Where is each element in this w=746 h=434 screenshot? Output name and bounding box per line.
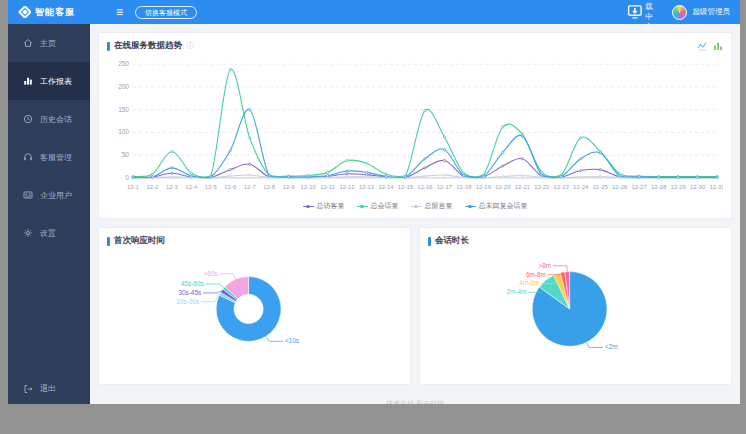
svg-text:12-14: 12-14 <box>378 184 394 190</box>
logout-button[interactable]: 退出 <box>8 383 90 394</box>
sidebar-item-label: 历史会话 <box>40 114 72 125</box>
legend-item[interactable]: 总未回复会话量 <box>465 201 528 211</box>
svg-text:12-6: 12-6 <box>224 184 237 190</box>
svg-text:45s-60s: 45s-60s <box>181 280 204 287</box>
svg-text:12-4: 12-4 <box>185 184 198 190</box>
svg-text:12-21: 12-21 <box>515 184 531 190</box>
download-icon <box>627 4 643 20</box>
logout-label: 退出 <box>40 383 56 394</box>
svg-text:12-24: 12-24 <box>573 184 589 190</box>
svg-text:12-9: 12-9 <box>283 184 296 190</box>
card-icon <box>23 190 33 200</box>
svg-text:>60s: >60s <box>204 270 218 277</box>
title-accent-bar <box>428 237 431 246</box>
user-name[interactable]: 超级管理员 <box>693 7 731 17</box>
response-donut-wrap: <10s10s-30s30s-45s45s-60s>60s <box>107 251 402 363</box>
legend-label: 总访客量 <box>317 201 345 211</box>
sidebar-item-label: 工作报表 <box>40 76 72 87</box>
svg-text:100: 100 <box>118 128 129 135</box>
footer-text: 技术支持 彩云科技 <box>98 399 732 404</box>
legend-label: 总会话量 <box>371 201 399 211</box>
svg-text:12-20: 12-20 <box>495 184 511 190</box>
trend-card-header: 在线服务数据趋势 ⓘ <box>107 40 723 52</box>
legend-label: 总留言量 <box>425 201 453 211</box>
sidebar: 主页工作报表历史会话客服管理企业用户设置 退出 <box>8 24 90 404</box>
svg-text:12-3: 12-3 <box>166 184 179 190</box>
hamburger-menu-icon[interactable]: ≡ <box>116 6 123 18</box>
sidebar-item-settings[interactable]: 设置 <box>8 214 90 252</box>
svg-text:12-16: 12-16 <box>417 184 433 190</box>
svg-text:6m-8m: 6m-8m <box>526 271 546 278</box>
trend-title: 在线服务数据趋势 <box>114 40 182 52</box>
trend-card: 在线服务数据趋势 ⓘ 0501001502002 <box>98 32 732 219</box>
line-chart-toggle-icon[interactable] <box>697 41 707 51</box>
sidebar-item-label: 客服管理 <box>40 152 72 163</box>
logo-text: 智能客服 <box>35 6 75 19</box>
svg-text:12-26: 12-26 <box>612 184 628 190</box>
legend-label: 总未回复会话量 <box>479 201 528 211</box>
duration-pie-chart[interactable]: <2m2m-4m4m-6m6m-8m>8m <box>428 251 723 363</box>
svg-text:250: 250 <box>118 60 129 67</box>
avatar[interactable] <box>672 5 687 20</box>
chart-toolbox <box>697 41 723 51</box>
svg-text:30s-45s: 30s-45s <box>178 289 201 296</box>
svg-text:12-12: 12-12 <box>339 184 355 190</box>
response-time-card: 首次响应时间 <10s10s-30s30s-45s45s-60s>60s <box>98 227 411 385</box>
response-title: 首次响应时间 <box>114 235 165 247</box>
svg-text:12-29: 12-29 <box>670 184 686 190</box>
logout-icon <box>23 384 33 394</box>
legend-item[interactable]: 总访客量 <box>303 201 345 211</box>
legend-marker <box>357 205 368 208</box>
svg-text:12-27: 12-27 <box>631 184 647 190</box>
svg-text:12-8: 12-8 <box>263 184 276 190</box>
duration-pie-wrap: <2m2m-4m4m-6m6m-8m>8m <box>428 251 723 363</box>
svg-text:2m-4m: 2m-4m <box>506 288 526 295</box>
svg-text:12-5: 12-5 <box>205 184 218 190</box>
legend-item[interactable]: 总会话量 <box>357 201 399 211</box>
legend-item[interactable]: 总留言量 <box>411 201 453 211</box>
sidebar-item-label: 企业用户 <box>40 190 72 201</box>
headset-icon <box>23 152 33 162</box>
gear-icon <box>23 228 33 238</box>
svg-text:12-25: 12-25 <box>593 184 609 190</box>
top-header: 智能客服 ≡ 切换客服模式 下载中心 超级管理员 <box>8 0 740 24</box>
sidebar-item-label: 设置 <box>40 228 56 239</box>
duration-card-header: 会话时长 <box>428 235 723 247</box>
svg-text:12-17: 12-17 <box>437 184 453 190</box>
sidebar-item-company[interactable]: 企业用户 <box>8 176 90 214</box>
switch-mode-button[interactable]: 切换客服模式 <box>135 6 197 19</box>
sidebar-item-label: 主页 <box>40 38 56 49</box>
logo-icon <box>18 5 32 19</box>
svg-text:12-7: 12-7 <box>244 184 257 190</box>
sidebar-menu: 主页工作报表历史会话客服管理企业用户设置 <box>8 24 90 252</box>
bottom-cards: 首次响应时间 <10s10s-30s30s-45s45s-60s>60s 会话时… <box>98 227 732 385</box>
sidebar-item-history[interactable]: 历史会话 <box>8 100 90 138</box>
response-card-header: 首次响应时间 <box>107 235 402 247</box>
svg-text:12-18: 12-18 <box>456 184 472 190</box>
bar-chart-toggle-icon[interactable] <box>713 41 723 51</box>
app-logo: 智能客服 <box>8 6 102 19</box>
svg-text:12-22: 12-22 <box>534 184 550 190</box>
sidebar-item-home[interactable]: 主页 <box>8 24 90 62</box>
svg-text:<2m: <2m <box>605 343 618 350</box>
svg-text:12-23: 12-23 <box>554 184 570 190</box>
response-donut-chart[interactable]: <10s10s-30s30s-45s45s-60s>60s <box>107 251 402 363</box>
svg-text:<10s: <10s <box>285 337 299 344</box>
sidebar-item-agents[interactable]: 客服管理 <box>8 138 90 176</box>
title-accent-bar <box>107 237 110 246</box>
chart-icon <box>23 76 33 86</box>
home-icon <box>23 38 33 48</box>
app-window: 智能客服 ≡ 切换客服模式 下载中心 超级管理员 主页工作报表历史会话客服管理企… <box>8 0 740 404</box>
title-accent-bar <box>107 42 110 51</box>
trend-line-chart[interactable]: 05010015020025012-112-212-312-412-512-61… <box>107 56 723 196</box>
duration-card: 会话时长 <2m2m-4m4m-6m6m-8m>8m <box>419 227 732 385</box>
svg-text:12-11: 12-11 <box>320 184 336 190</box>
sidebar-item-reports[interactable]: 工作报表 <box>8 62 90 100</box>
legend-marker <box>303 205 314 208</box>
clock-icon <box>23 114 33 124</box>
trend-legend: 总访客量总会话量总留言量总未回复会话量 <box>107 201 723 211</box>
svg-text:12-31: 12-31 <box>709 184 723 190</box>
svg-text:12-1: 12-1 <box>127 184 140 190</box>
info-icon[interactable]: ⓘ <box>187 41 194 51</box>
svg-text:12-19: 12-19 <box>476 184 492 190</box>
